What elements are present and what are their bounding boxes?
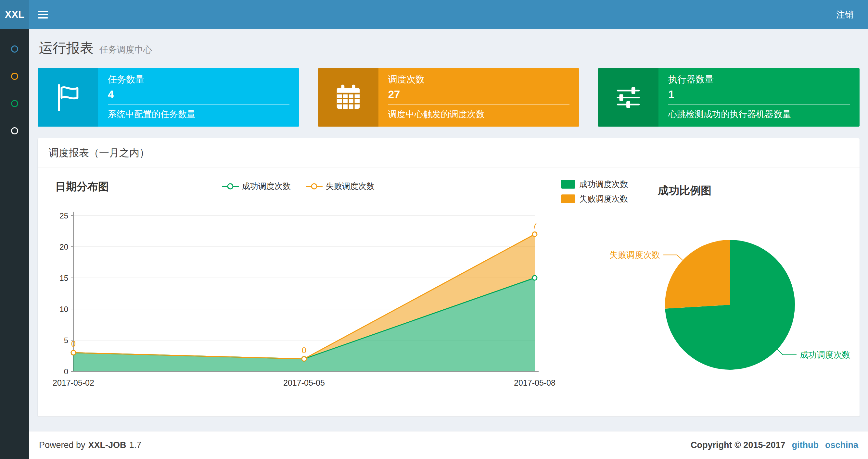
app-logo[interactable]: XXL <box>0 0 29 29</box>
info-box-value: 1 <box>668 88 850 101</box>
info-box-value: 4 <box>108 88 289 101</box>
y-tick-label: 25 <box>59 211 68 220</box>
data-point <box>532 232 537 237</box>
line-chart-legend: 成功调度次数 失败调度次数 <box>41 171 555 192</box>
report-panel: 调度报表（一月之内） 日期分布图 成功调度次数 <box>38 138 860 417</box>
calendar-icon <box>333 82 364 112</box>
pie-label-line <box>663 255 683 260</box>
flag-icon <box>53 82 83 112</box>
logout-link[interactable]: 注销 <box>822 0 868 29</box>
info-box-body: 调度次数 27 调度中心触发的调度次数 <box>378 68 580 127</box>
pie-label-line <box>777 349 797 355</box>
page-title: 运行报表 任务调度中心 <box>39 39 858 57</box>
info-box-body: 执行器数量 1 心跳检测成功的执行器机器数量 <box>658 68 860 127</box>
info-box-icon-area <box>38 68 98 127</box>
y-tick-label: 15 <box>59 274 68 283</box>
info-box-triggers: 调度次数 27 调度中心触发的调度次数 <box>318 68 580 127</box>
info-box-description: 调度中心触发的调度次数 <box>388 108 570 120</box>
sidebar-menu <box>0 29 29 459</box>
data-point <box>302 357 306 361</box>
info-box-executors: 执行器数量 1 心跳检测成功的执行器机器数量 <box>598 68 860 127</box>
legend-label: 成功调度次数 <box>242 181 291 192</box>
sidebar-item[interactable] <box>11 45 18 53</box>
sidebar-item[interactable] <box>11 100 18 107</box>
powered-prefix: Powered by <box>39 440 86 450</box>
date-distribution-block: 日期分布图 成功调度次数 <box>41 171 555 405</box>
github-link[interactable]: github <box>792 440 818 450</box>
oschina-link[interactable]: oschina <box>825 440 858 450</box>
data-point <box>71 350 76 355</box>
line-chart-title: 日期分布图 <box>55 179 109 194</box>
data-point <box>532 275 537 280</box>
info-box-label: 任务数量 <box>108 73 289 86</box>
info-box-value: 27 <box>388 88 570 101</box>
legend-label: 失败调度次数 <box>326 181 375 192</box>
sidebar-item[interactable] <box>11 73 18 80</box>
info-box-label: 调度次数 <box>388 73 570 86</box>
pie-chart-title: 成功比例图 <box>658 184 711 198</box>
x-tick-label: 2017-05-05 <box>283 378 325 387</box>
y-tick-label: 0 <box>64 367 68 376</box>
legend-label: 成功调度次数 <box>579 179 628 190</box>
line-marker-icon <box>221 182 240 191</box>
y-tick-label: 5 <box>64 336 68 345</box>
hamburger-icon <box>38 11 48 12</box>
success-ratio-pie: 成功调度次数失败调度次数 <box>555 204 860 405</box>
point-label: 0 <box>302 346 306 355</box>
sidebar-item[interactable] <box>11 127 18 134</box>
navbar-spacer <box>57 0 822 29</box>
point-label: 7 <box>532 221 537 230</box>
content-header: 运行报表 任务调度中心 <box>29 29 868 59</box>
hamburger-icon <box>38 17 48 19</box>
x-tick-label: 2017-05-08 <box>514 378 556 387</box>
pie-slice[interactable] <box>665 240 730 309</box>
legend-swatch <box>561 180 575 189</box>
info-box-description: 系统中配置的任务数量 <box>108 108 289 120</box>
pie-label: 失败调度次数 <box>610 250 660 260</box>
version-number: 1.7 <box>129 440 142 450</box>
panel-body: 日期分布图 成功调度次数 <box>38 168 860 417</box>
sliders-icon <box>613 82 644 112</box>
legend-item-success[interactable]: 成功调度次数 <box>561 179 628 190</box>
info-box-jobs: 任务数量 4 系统中配置的任务数量 <box>38 68 299 127</box>
success-ratio-block: 成功调度次数 失败调度次数 成功比例图 成功调度次数失败调度次数 <box>555 171 856 405</box>
top-navbar: XXL 注销 <box>0 0 868 29</box>
pie-chart-header: 成功调度次数 失败调度次数 成功比例图 <box>555 171 856 204</box>
pie-label: 成功调度次数 <box>800 350 850 360</box>
powered-by-text: Powered by XXL-JOB 1.7 <box>39 440 141 450</box>
hamburger-icon <box>38 14 48 15</box>
page-subtitle: 任务调度中心 <box>99 44 152 56</box>
main-content: 运行报表 任务调度中心 任务数量 4 系统中配置的任务数量 <box>29 29 868 417</box>
sidebar-toggle-button[interactable] <box>29 0 57 29</box>
line-marker-icon <box>305 182 323 191</box>
pie-chart-legend: 成功调度次数 失败调度次数 <box>561 179 628 204</box>
y-tick-label: 10 <box>59 305 68 314</box>
line-chart-header: 日期分布图 成功调度次数 <box>41 171 555 201</box>
info-box-row: 任务数量 4 系统中配置的任务数量 <box>29 68 868 127</box>
point-label: 0 <box>71 339 76 348</box>
date-distribution-chart: 05101520252017-05-022017-05-052017-05-08… <box>41 201 545 396</box>
brand-name: XXL-JOB <box>88 440 126 450</box>
divider <box>668 104 850 105</box>
page-title-text: 运行报表 <box>39 39 94 57</box>
info-box-label: 执行器数量 <box>668 73 850 86</box>
footer-links: Copyright © 2015-2017 github oschina <box>691 440 858 450</box>
info-box-icon-area <box>318 68 378 127</box>
divider <box>108 104 289 105</box>
legend-swatch <box>561 194 575 203</box>
info-box-icon-area <box>598 68 658 127</box>
legend-item-fail[interactable]: 失败调度次数 <box>305 181 375 192</box>
y-tick-label: 20 <box>59 242 68 251</box>
divider <box>388 104 570 105</box>
legend-label: 失败调度次数 <box>579 194 628 204</box>
copyright-text: Copyright © 2015-2017 <box>691 440 785 450</box>
footer: Powered by XXL-JOB 1.7 Copyright © 2015-… <box>29 431 868 459</box>
info-box-body: 任务数量 4 系统中配置的任务数量 <box>98 68 299 127</box>
legend-item-fail[interactable]: 失败调度次数 <box>561 194 628 204</box>
legend-item-success[interactable]: 成功调度次数 <box>221 181 291 192</box>
info-box-description: 心跳检测成功的执行器机器数量 <box>668 108 850 120</box>
panel-title: 调度报表（一月之内） <box>38 138 860 168</box>
x-tick-label: 2017-05-02 <box>53 378 94 387</box>
